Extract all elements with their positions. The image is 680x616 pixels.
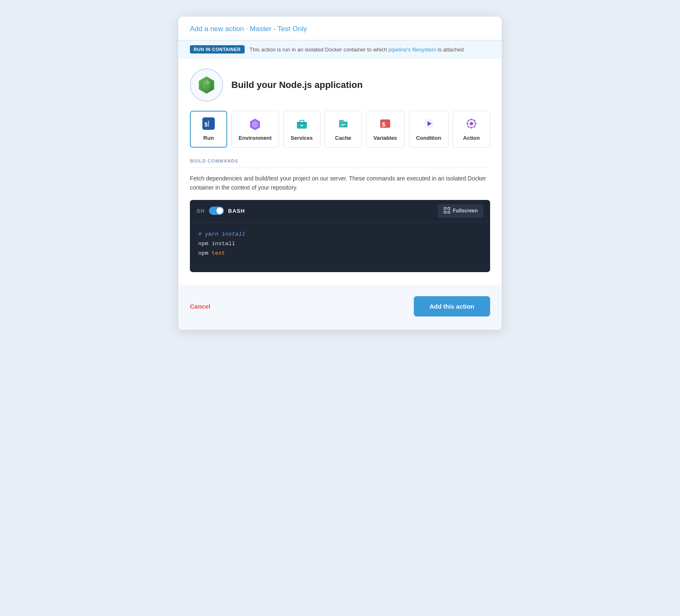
bash-label: BASH [228, 208, 245, 214]
tab-action[interactable]: Action [453, 111, 490, 148]
fullscreen-label: Fullscreen [453, 208, 478, 214]
environment-icon [249, 117, 261, 131]
tab-environment-label: Environment [239, 135, 272, 141]
svg-rect-16 [341, 125, 344, 126]
code-toolbar: SH BASH Fullscreen [190, 200, 490, 222]
fullscreen-icon [444, 207, 450, 215]
sh-bash-toggle[interactable] [209, 207, 224, 215]
banner-description: This action is run in an isolated Docker… [250, 46, 464, 53]
toggle-track[interactable] [209, 207, 224, 215]
sh-label: SH [197, 208, 205, 214]
svg-rect-15 [341, 124, 346, 125]
section-description: Fetch dependencies and build/test your p… [190, 174, 490, 192]
code-line-2: npm install [198, 239, 482, 249]
section-divider [190, 168, 490, 168]
variables-icon: $ [379, 117, 391, 131]
tab-environment[interactable]: Environment [231, 111, 279, 148]
modal-title: Add a new action · Master - Test Only [190, 25, 307, 33]
action-tab-icon [465, 117, 478, 131]
code-body[interactable]: # yarn install npm install npm test [190, 222, 490, 272]
action-icon-wrapper [190, 68, 223, 102]
svg-rect-31 [444, 207, 446, 209]
tab-services-label: Services [291, 135, 313, 141]
svg-text:$: $ [204, 121, 208, 128]
cancel-button[interactable]: Cancel [190, 303, 210, 310]
fullscreen-button[interactable]: Fullscreen [438, 204, 483, 218]
tabs-row: $ Run Environment [178, 102, 502, 148]
svg-text:$: $ [382, 121, 386, 128]
modal-footer: Cancel Add this action [178, 285, 502, 330]
tab-action-label: Action [463, 135, 480, 141]
action-title: Build your Node.js application [231, 80, 363, 90]
tab-variables[interactable]: $ Variables [366, 111, 405, 148]
modal-container: Add a new action · Master - Test Only RU… [178, 17, 502, 330]
banner-text-before: This action is run in an isolated Docker… [250, 46, 389, 53]
services-icon [296, 117, 308, 131]
modal-header: Add a new action · Master - Test Only [178, 17, 502, 40]
svg-rect-13 [301, 125, 303, 126]
add-action-button[interactable]: Add this action [414, 296, 490, 317]
run-in-container-badge: RUN IN CONTAINER [190, 45, 245, 54]
tab-services[interactable]: Services [283, 111, 321, 148]
svg-rect-34 [448, 211, 450, 213]
title-subtitle: Master - Test Only [250, 25, 307, 33]
section-label: BUILD COMMANDS [190, 158, 490, 163]
svg-rect-23 [471, 119, 472, 120]
pipeline-filesystem-link[interactable]: pipeline's filesystem [389, 46, 436, 53]
svg-rect-12 [297, 122, 307, 124]
svg-rect-33 [444, 211, 446, 213]
tab-condition[interactable]: Condition [409, 111, 449, 148]
toggle-knob [216, 207, 223, 214]
svg-rect-24 [471, 127, 472, 129]
svg-rect-25 [466, 123, 468, 124]
cache-icon [337, 117, 350, 131]
tab-condition-label: Condition [416, 135, 441, 141]
svg-rect-32 [448, 207, 450, 209]
tab-run[interactable]: $ Run [190, 111, 227, 148]
code-keyword-3: test [211, 250, 225, 256]
code-plain-2: npm install [198, 241, 235, 247]
tab-cache[interactable]: Cache [325, 111, 362, 148]
svg-rect-26 [475, 123, 476, 124]
condition-icon [423, 117, 435, 131]
code-plain-3-before: npm [198, 250, 211, 256]
tab-variables-label: Variables [374, 135, 397, 141]
code-editor[interactable]: SH BASH Fullscreen [190, 200, 490, 272]
svg-rect-7 [208, 121, 209, 127]
code-comment-1: # yarn install [198, 231, 245, 237]
code-line-3: npm test [198, 249, 482, 258]
svg-rect-14 [339, 122, 347, 127]
title-text: Add a new action [190, 25, 244, 33]
tab-run-label: Run [203, 135, 214, 141]
banner-text-after: is attached [436, 46, 464, 53]
code-line-1: # yarn install [198, 230, 482, 239]
svg-point-22 [470, 122, 473, 125]
action-header: Build your Node.js application [178, 58, 502, 102]
nodejs-icon [197, 75, 216, 95]
toolbar-left: SH BASH [197, 207, 245, 215]
title-separator: · [244, 25, 250, 33]
tab-cache-label: Cache [335, 135, 351, 141]
run-icon: $ [202, 117, 215, 131]
container-banner: RUN IN CONTAINER This action is run in a… [178, 40, 502, 58]
